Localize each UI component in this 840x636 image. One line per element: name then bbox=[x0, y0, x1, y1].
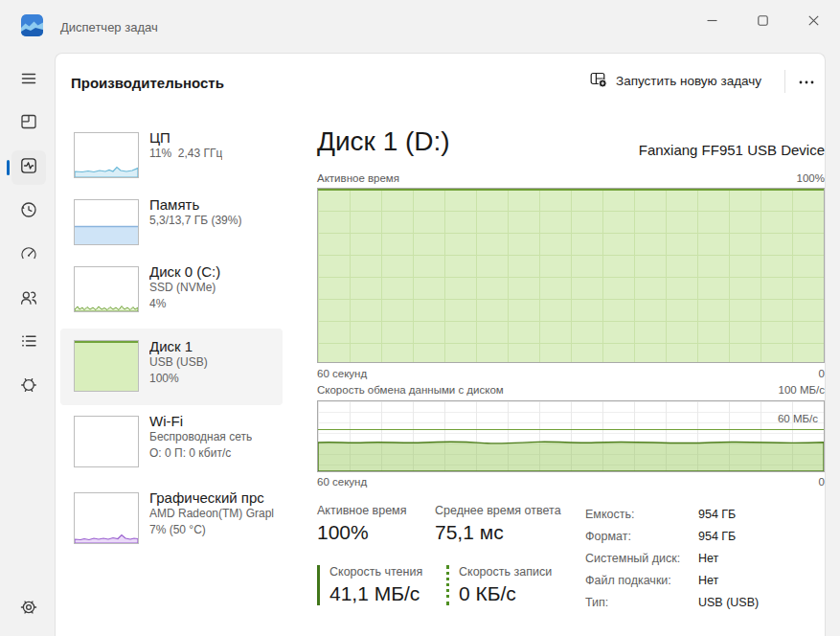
ellipsis-icon bbox=[798, 72, 815, 89]
transfer-chart-label: Скорость обмена данными с диском bbox=[317, 384, 504, 396]
nav-processes-button[interactable] bbox=[11, 106, 46, 141]
device-name: Fanxiang FF951 USB Device bbox=[639, 142, 825, 158]
page-title: Производительность bbox=[71, 75, 224, 91]
details-list-icon bbox=[19, 331, 38, 354]
minimize-button[interactable] bbox=[691, 2, 733, 38]
stat-write-speed: Скорость записи 0 КБ/с bbox=[446, 565, 552, 605]
nav-performance-button[interactable] bbox=[11, 150, 46, 185]
nav-app-history-button[interactable] bbox=[11, 194, 46, 229]
nav-details-button[interactable] bbox=[11, 326, 46, 360]
disk1-mini-chart bbox=[74, 340, 139, 392]
nav-startup-apps-button[interactable] bbox=[11, 238, 46, 273]
task-manager-app-icon bbox=[21, 14, 43, 36]
active-time-x-right: 0 bbox=[819, 368, 825, 379]
gpu-mini-chart bbox=[74, 492, 139, 544]
stat-avg-response: Среднее время ответа 75,1 мс bbox=[435, 504, 561, 544]
run-new-task-label: Запустить новую задачу bbox=[616, 74, 761, 88]
selected-nav-accent bbox=[7, 160, 10, 175]
read-speed-area bbox=[318, 401, 824, 471]
active-time-series-line bbox=[318, 189, 824, 191]
sidebar-item-title: Память bbox=[149, 196, 241, 213]
sidebar-item-memory[interactable]: Память 5,3/13,7 ГБ (39%) bbox=[60, 190, 283, 255]
sidebar-item-gpu[interactable]: Графический прс AMD Radeon(TM) Grapl 7% … bbox=[60, 483, 283, 556]
sidebar-item-sub: 4% bbox=[149, 296, 220, 312]
close-button[interactable] bbox=[792, 2, 834, 38]
sidebar-item-sub: USB (USB) bbox=[149, 354, 208, 371]
sidebar-item-title: Диск 0 (C:) bbox=[149, 263, 220, 280]
processes-icon bbox=[19, 112, 38, 135]
sidebar-item-disk0[interactable]: Диск 0 (C:) SSD (NVMe) 4% bbox=[60, 257, 283, 328]
transfer-chart-max: 100 МБ/с bbox=[779, 384, 825, 396]
active-time-chart[interactable] bbox=[317, 188, 825, 363]
sidebar-item-cpu[interactable]: ЦП 11% 2,43 ГГц bbox=[60, 123, 283, 188]
disk0-mini-chart bbox=[74, 266, 139, 312]
sidebar-item-sub: AMD Radeon(TM) Grapl bbox=[149, 506, 274, 522]
active-time-chart-max: 100% bbox=[797, 172, 825, 184]
sidebar-item-title: Диск 1 bbox=[149, 338, 208, 354]
sidebar-item-disk1[interactable]: Диск 1 USB (USB) 100% bbox=[60, 329, 283, 405]
wifi-mini-chart bbox=[74, 416, 139, 467]
sidebar-item-sub: SSD (NVMe) bbox=[149, 280, 220, 296]
stat-read-speed: Скорость чтения 41,1 МБ/с bbox=[317, 565, 422, 605]
maximize-button[interactable] bbox=[741, 2, 783, 38]
nav-users-button[interactable] bbox=[11, 283, 46, 317]
performance-icon bbox=[19, 156, 38, 179]
sidebar-item-title: Wi-Fi bbox=[149, 413, 252, 429]
sidebar-item-wifi[interactable]: Wi-Fi Беспроводная сеть О: 0 П: 0 кбит/с bbox=[60, 406, 283, 481]
hamburger-icon bbox=[19, 69, 38, 92]
memory-mini-chart bbox=[74, 199, 139, 245]
new-task-icon bbox=[590, 71, 607, 91]
active-time-chart-label: Активное время bbox=[317, 172, 399, 184]
users-icon bbox=[19, 288, 38, 311]
transfer-rate-chart[interactable]: 60 МБ/с bbox=[317, 400, 825, 472]
sidebar-item-sub: 100% bbox=[149, 371, 208, 387]
stat-active-time: Активное время 100% bbox=[317, 504, 406, 544]
gear-icon bbox=[19, 598, 38, 621]
sidebar-item-sub: О: 0 П: 0 кбит/с bbox=[149, 445, 252, 462]
disk-page-title: Диск 1 (D:) bbox=[317, 126, 450, 157]
window-title: Диспетчер задач bbox=[60, 20, 158, 34]
more-options-button[interactable] bbox=[791, 67, 822, 94]
sidebar-item-title: ЦП bbox=[149, 129, 222, 146]
cpu-mini-chart bbox=[74, 132, 139, 178]
hamburger-menu-button[interactable] bbox=[11, 63, 46, 98]
sidebar-item-sub: 11% 2,43 ГГц bbox=[149, 146, 222, 162]
settings-button[interactable] bbox=[11, 592, 46, 626]
history-icon bbox=[19, 200, 38, 223]
active-time-x-left: 60 секунд bbox=[317, 368, 367, 379]
header-divider bbox=[784, 70, 785, 93]
nav-services-button[interactable] bbox=[11, 370, 46, 404]
services-icon bbox=[19, 375, 38, 398]
run-new-task-button[interactable]: Запустить новую задачу bbox=[584, 66, 767, 95]
sidebar-item-title: Графический прс bbox=[149, 489, 274, 506]
sidebar-item-sub: 5,3/13,7 ГБ (39%) bbox=[149, 213, 241, 229]
sidebar-item-sub: 7% (50 °C) bbox=[149, 522, 274, 538]
gauge-icon bbox=[19, 244, 38, 267]
transfer-x-left: 60 секунд bbox=[317, 476, 367, 488]
content-card: Производительность Запустить новую задач… bbox=[55, 53, 826, 636]
sidebar-item-sub: Беспроводная сеть bbox=[149, 429, 252, 445]
transfer-x-right: 0 bbox=[819, 476, 825, 488]
